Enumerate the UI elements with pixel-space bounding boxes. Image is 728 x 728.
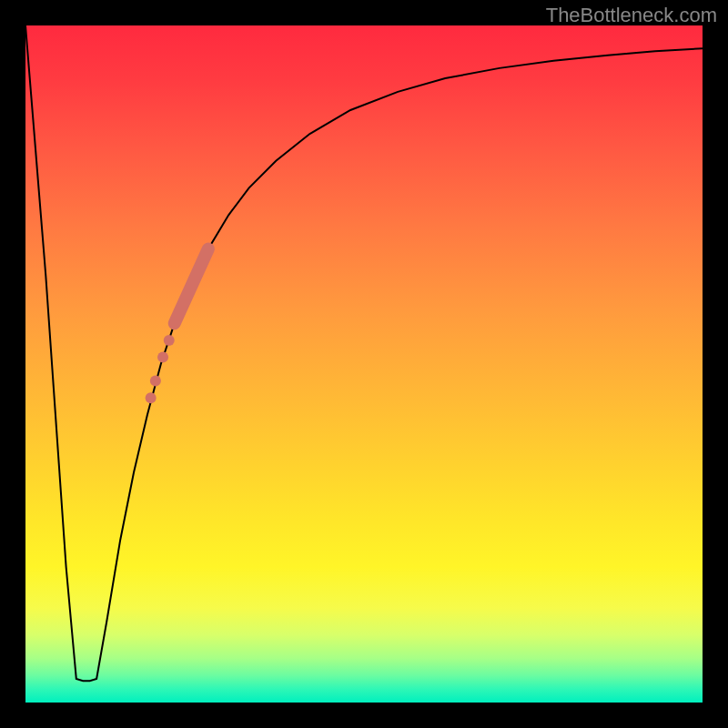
highlight-point [150, 376, 161, 387]
highlight-point [157, 352, 168, 363]
highlight-point [146, 392, 157, 403]
chart-container: TheBottleneck.com [0, 0, 728, 728]
highlight-group [146, 249, 208, 404]
plot-area [25, 25, 703, 703]
curve-layer [25, 25, 703, 703]
bottleneck-curve [25, 25, 703, 681]
watermark-text: TheBottleneck.com [546, 4, 717, 27]
highlight-segment [175, 249, 208, 324]
highlight-point [164, 335, 175, 346]
